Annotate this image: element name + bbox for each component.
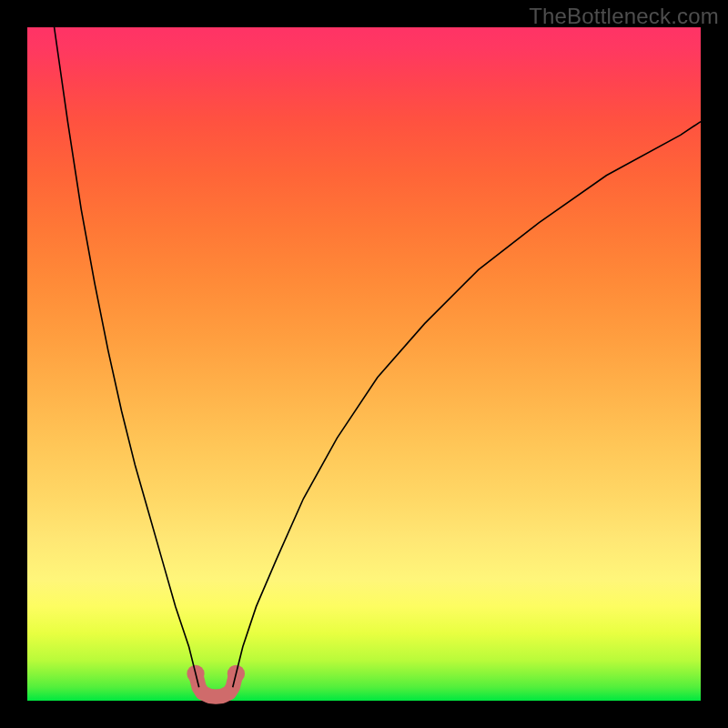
right-curve-path [233, 122, 701, 688]
plot-area [27, 27, 701, 701]
watermark-text: TheBottleneck.com [529, 4, 719, 29]
left-curve-path [55, 27, 199, 687]
chart-svg [27, 27, 701, 701]
chart-frame: TheBottleneck.com [0, 0, 728, 728]
